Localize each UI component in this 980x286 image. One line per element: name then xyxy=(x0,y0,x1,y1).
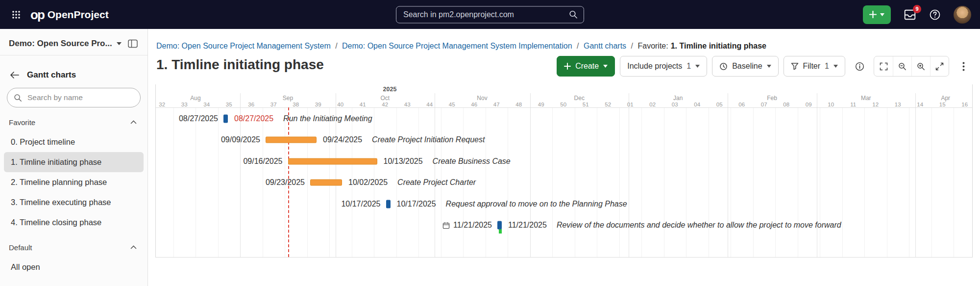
timeline-week-label: 14 xyxy=(909,102,931,107)
sidebar-item[interactable]: All open xyxy=(4,257,144,277)
zoom-out-button[interactable] xyxy=(893,56,911,76)
timeline-week-label: 49 xyxy=(530,102,553,107)
include-projects-count: 1 xyxy=(686,62,691,71)
task-start-date: 09/09/2025 xyxy=(221,135,260,144)
info-icon xyxy=(855,62,864,71)
timeline-week-label: 40 xyxy=(329,102,352,107)
breadcrumb-link[interactable]: Demo: Open Source Project Management Sys… xyxy=(342,42,572,50)
timeline-week-label: 01 xyxy=(619,102,642,107)
zoom-controls xyxy=(874,56,949,77)
task-end-date: 11/21/2025 xyxy=(508,221,547,230)
start-date-text: 10/17/2025 xyxy=(341,200,380,208)
gantt-row: 10/17/202510/17/2025Request approval to … xyxy=(155,193,973,215)
task-bar[interactable] xyxy=(223,114,228,123)
timeline-week-label: 36 xyxy=(240,102,263,107)
openproject-logo-text: OpenProject xyxy=(48,9,109,21)
include-projects-button[interactable]: Include projects 1 xyxy=(620,56,707,77)
sidebar-item[interactable]: 1. Timline initiating phase xyxy=(4,152,144,172)
task-bar[interactable] xyxy=(310,180,342,186)
fullscreen-button[interactable] xyxy=(874,56,893,76)
caret-down-icon xyxy=(117,42,122,45)
create-button[interactable]: Create xyxy=(557,56,615,77)
chevron-up-icon xyxy=(130,245,137,249)
caret-down-icon xyxy=(695,65,700,68)
breadcrumb-separator: / xyxy=(333,42,340,50)
sidebar-search-input[interactable] xyxy=(26,93,134,103)
gantt-toolbar: Create Include projects 1 Baseline Filte… xyxy=(557,56,973,77)
breadcrumb-link[interactable]: Demo: Open Source Project Management Sys… xyxy=(156,42,331,50)
task-labels: 09/24/2025Create Project Initiation Requ… xyxy=(323,135,485,144)
task-bar[interactable] xyxy=(497,221,502,230)
plus-icon xyxy=(869,11,877,18)
zoom-auto-icon xyxy=(935,62,944,71)
task-bar[interactable] xyxy=(266,137,317,143)
gantt-row: 08/27/202508/27/2025Run the Initiating M… xyxy=(155,108,973,130)
caret-down-icon xyxy=(880,13,884,16)
fullscreen-icon xyxy=(880,62,888,71)
section-header[interactable]: Default xyxy=(0,237,147,257)
sidebar-item[interactable]: 0. Project timeline xyxy=(4,132,144,152)
header-left: op OpenProject xyxy=(9,7,109,22)
zoom-auto-button[interactable] xyxy=(930,56,949,76)
caret-down-icon xyxy=(767,65,771,68)
notifications-button[interactable]: 9 xyxy=(904,9,916,21)
include-projects-label: Include projects xyxy=(627,62,682,71)
top-header: op OpenProject 9 xyxy=(0,0,980,29)
breadcrumb-link[interactable]: Gantt charts xyxy=(584,42,626,50)
timeline-week-label: 52 xyxy=(597,102,619,107)
timeline-week-label: 45 xyxy=(441,102,464,107)
task-end-date: 10/13/2025 xyxy=(384,157,423,166)
breadcrumb-favorite-prefix: Favorite: xyxy=(637,42,668,50)
task-start-date: 09/23/2025 xyxy=(266,178,305,187)
task-bar[interactable] xyxy=(386,200,391,208)
task-end-date: 08/27/2025 xyxy=(234,114,273,123)
info-button[interactable] xyxy=(850,56,869,76)
more-menu-button[interactable] xyxy=(954,56,973,76)
task-end-date: 10/02/2025 xyxy=(348,178,388,187)
section-label: Default xyxy=(9,243,32,252)
back-arrow-icon xyxy=(10,71,19,79)
task-name-text: Create Business Case xyxy=(433,157,511,166)
sidebar-item[interactable]: 2. Timeline planning phase xyxy=(4,172,144,192)
timeline-week-label: 32 xyxy=(155,102,173,107)
task-end-date: 09/24/2025 xyxy=(323,135,362,144)
timeline-month-label: Mar xyxy=(861,95,871,102)
user-avatar[interactable] xyxy=(954,6,971,24)
timeline-week-label: 12 xyxy=(864,102,887,107)
task-bar[interactable] xyxy=(288,158,377,164)
search-icon xyxy=(14,94,22,102)
help-button[interactable] xyxy=(929,9,941,21)
breadcrumb: Demo: Open Source Project Management Sys… xyxy=(156,42,766,51)
help-icon xyxy=(929,9,941,21)
timeline-week-label: 09 xyxy=(798,102,820,107)
collapse-sidebar-icon xyxy=(128,39,138,48)
timeline-week-label: 42 xyxy=(374,102,396,107)
filter-button[interactable]: Filter 1 xyxy=(784,56,845,77)
timeline-week-label: 10 xyxy=(820,102,842,107)
task-name-text: Review of the documents and decide wheth… xyxy=(557,221,841,230)
quick-add-button[interactable] xyxy=(863,5,891,24)
collapse-sidebar-button[interactable] xyxy=(126,37,140,50)
project-selector-button[interactable]: Demo: Open Source Pro... xyxy=(9,37,122,51)
apps-menu-button[interactable] xyxy=(9,7,24,22)
timeline-week-label: 16 xyxy=(954,102,973,107)
timeline-week-label: 48 xyxy=(508,102,530,107)
back-button[interactable] xyxy=(9,70,20,80)
openproject-logo[interactable]: op OpenProject xyxy=(30,8,109,21)
timeline-week-label: 41 xyxy=(352,102,374,107)
timeline-month-label: Feb xyxy=(767,95,777,102)
start-date-text: 09/09/2025 xyxy=(221,135,260,144)
timeline-border xyxy=(155,257,973,258)
timeline-week-label: 43 xyxy=(396,102,419,107)
section-header[interactable]: Favorite xyxy=(0,112,147,132)
sidebar-item[interactable]: 4. Timeline closing phase xyxy=(4,212,144,233)
baseline-button[interactable]: Baseline xyxy=(712,56,778,77)
task-start-date: 08/27/2025 xyxy=(179,114,218,123)
task-name: Review of the documents and decide wheth… xyxy=(557,221,841,230)
timeline-month-label: Nov xyxy=(477,95,487,102)
sidebar-item[interactable]: 3. Timeline executing phase xyxy=(4,192,144,212)
timeline-month-label: Jan xyxy=(673,95,683,102)
global-search-input[interactable] xyxy=(402,10,565,20)
gantt-row: 09/16/202510/13/2025Create Business Case xyxy=(155,151,973,172)
zoom-in-button[interactable] xyxy=(911,56,930,76)
